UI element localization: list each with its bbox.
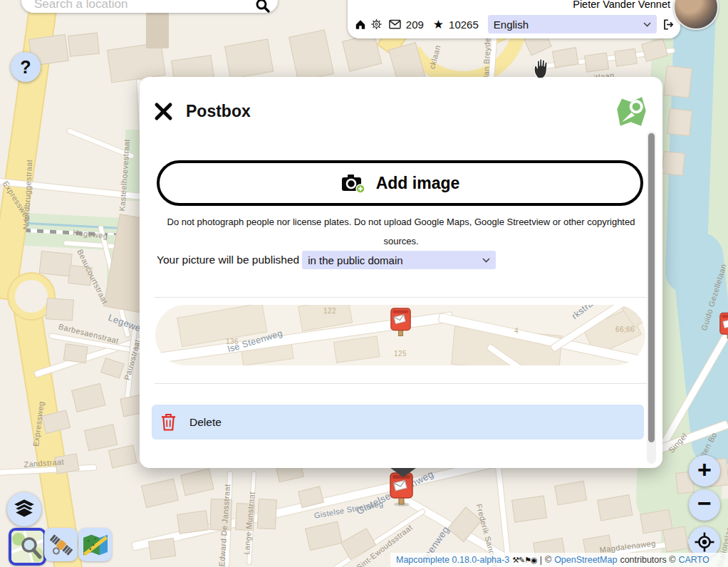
logout-icon[interactable] (662, 18, 675, 31)
add-image-label: Add image (376, 174, 460, 193)
search-icon[interactable] (255, 0, 271, 14)
popup-scrollbar (647, 131, 656, 464)
map-decoration (68, 265, 93, 286)
zoom-in-button[interactable]: + (689, 455, 720, 487)
map-decoration (71, 383, 105, 412)
map-decoration (177, 510, 209, 534)
map-decoration (305, 521, 343, 551)
license-label: Your picture will be published (157, 254, 299, 266)
help-button[interactable]: ? (11, 52, 41, 82)
map-decoration (342, 33, 382, 72)
map-decoration (662, 526, 689, 552)
geolocate-icon (694, 531, 715, 553)
minimap-postbox-marker (390, 307, 411, 341)
map-decoration (63, 343, 88, 363)
map-decoration (235, 503, 255, 531)
map-decoration (67, 128, 135, 159)
map-decoration (146, 13, 169, 48)
satellite-icon (48, 531, 75, 558)
mapcomplete-version-link[interactable]: Mapcomplete 0.18.0-alpha-3 (396, 555, 509, 565)
map-decoration (100, 358, 124, 379)
changeset-count[interactable]: 10265 (449, 19, 479, 31)
map-decoration (667, 108, 692, 136)
map-decoration (141, 478, 179, 508)
map-decoration (108, 445, 137, 469)
map-decoration (511, 496, 547, 523)
map-decoration (584, 53, 609, 73)
username: Pieter Vander Vennet (573, 0, 670, 10)
layers-button[interactable] (7, 492, 41, 526)
popup-scrollbar-thumb[interactable] (648, 133, 655, 442)
license-note: Do not photograph people nor license pla… (159, 212, 643, 251)
map-decoration (39, 251, 73, 276)
folded-map-icon (81, 533, 110, 557)
map-decoration (552, 47, 579, 68)
messages-count[interactable]: 209 (406, 19, 424, 31)
attribution-icons: ⚒✎⚑◉ (512, 556, 537, 565)
map-decoration (614, 48, 638, 67)
divider (154, 297, 647, 298)
carto-link[interactable]: CARTO (678, 555, 709, 565)
contributors-text: contributors © (620, 555, 675, 565)
trash-icon (161, 413, 176, 431)
messages-icon[interactable] (389, 19, 401, 29)
map-decoration (340, 528, 376, 560)
license-selected: in the public domain (308, 254, 402, 266)
map-decoration (180, 469, 214, 496)
close-icon[interactable] (154, 102, 173, 121)
popup-title: Postbox (186, 102, 251, 121)
map-decoration (597, 494, 633, 521)
osm-style-icon (11, 531, 43, 563)
home-icon[interactable] (355, 19, 366, 31)
map-decoration (209, 499, 232, 531)
basemap-style-osm-button[interactable] (9, 528, 46, 566)
mapcomplete-logo-icon (615, 95, 648, 128)
gear-icon[interactable] (371, 19, 382, 30)
openstreetmap-link[interactable]: OpenStreetMap (554, 555, 617, 565)
layers-icon (14, 499, 35, 519)
map-decoration (68, 33, 100, 57)
map-decoration (54, 453, 80, 474)
feature-minimap[interactable]: 122136125466;66lse Steenwegrkstraat (155, 305, 645, 365)
zoom-out-label: − (697, 489, 712, 517)
map-decoration (84, 424, 118, 451)
user-panel: Pieter Vander Vennet 209 ★ 10265 English (348, 0, 680, 38)
postbox-popup: Postbox Add image Do not photograph peop… (140, 77, 662, 468)
language-select[interactable]: English (488, 15, 657, 33)
license-select[interactable]: in the public domain (302, 251, 496, 269)
map-decoration (664, 66, 692, 98)
map-decoration (662, 151, 685, 176)
help-label: ? (20, 57, 31, 78)
chevron-down-icon (643, 22, 651, 27)
delete-button[interactable]: Delete (152, 405, 644, 439)
basemap-style-map-button[interactable] (78, 528, 112, 561)
app: { "search": { "placeholder": "Search a l… (0, 0, 728, 567)
search-bar (21, 0, 278, 13)
add-image-button[interactable]: Add image (157, 160, 643, 206)
star-icon: ★ (433, 17, 444, 32)
camera-icon (340, 172, 366, 194)
zoom-out-button[interactable]: − (689, 489, 720, 521)
map-decoration (554, 481, 587, 506)
chevron-down-icon (482, 258, 490, 263)
basemap-style-satellite-button[interactable] (44, 528, 78, 561)
language-selected: English (494, 19, 529, 31)
attribution-bar: Mapcomplete 0.18.0-alpha-3 ⚒✎⚑◉ | © Open… (390, 553, 728, 567)
delete-label: Delete (189, 416, 222, 429)
copyright-symbol: © (545, 555, 551, 565)
search-input[interactable] (33, 0, 255, 12)
postbox-marker-partial[interactable] (719, 312, 728, 345)
zoom-in-label: + (697, 456, 712, 484)
map-decoration (148, 538, 176, 560)
postbox-marker[interactable] (390, 472, 413, 509)
map-decoration (46, 298, 74, 321)
map-decoration (224, 38, 274, 79)
map-decoration (288, 29, 334, 81)
map-decoration (257, 499, 277, 529)
attribution-separator: | (540, 555, 542, 565)
divider (154, 383, 647, 384)
minimap-decoration (333, 335, 380, 363)
map-decoration (125, 130, 141, 201)
